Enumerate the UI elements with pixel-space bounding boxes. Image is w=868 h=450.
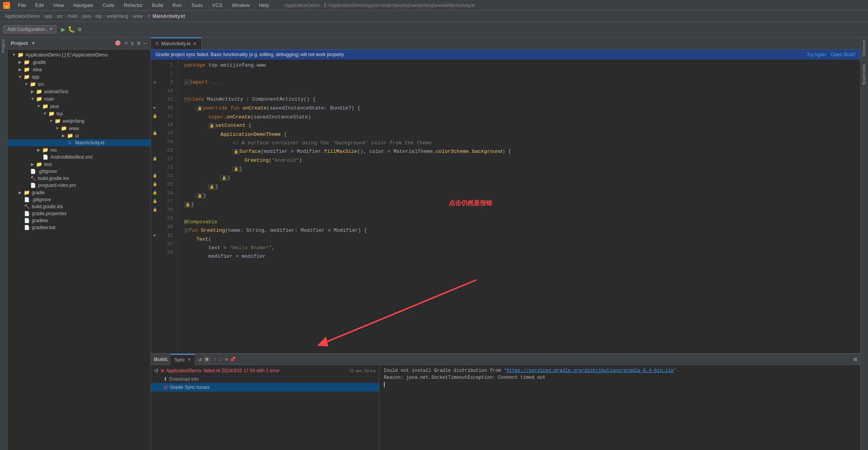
sync-build-icon[interactable]: ↺ [199, 356, 202, 363]
code-line-21: 🔒Surface(modifier = Modifier.fillMaxSize… [184, 147, 854, 156]
code-content[interactable]: package top.weiijinfang.www ⊟import ... … [178, 60, 860, 353]
tree-www[interactable]: ▼ 📁 www [8, 125, 151, 132]
tree-root[interactable]: ▼ 📁 ApplicationDemo [:] E:\ApplicationDe… [8, 51, 151, 58]
gradlew-icon: 📄 [23, 218, 30, 223]
ln-19: 29 [159, 214, 173, 223]
minimize-panel-icon[interactable]: — [143, 39, 147, 47]
gutter-28 [151, 214, 159, 223]
menu-window[interactable]: Window [230, 2, 251, 9]
breadcrumb-java[interactable]: java [82, 14, 91, 19]
menu-help[interactable]: Help [257, 2, 271, 9]
hide-panel-icon[interactable]: ⊞ [853, 356, 857, 363]
tree-build-gradle-app[interactable]: ▶ 🔨 build.gradle.kts [8, 175, 151, 182]
run-button[interactable]: ▶ [61, 25, 65, 34]
menu-edit[interactable]: Edit [34, 2, 45, 9]
tree-gitignore-root[interactable]: ▶ 📄 .gitignore [8, 196, 151, 203]
dropdown-icon[interactable]: ▼ [31, 41, 36, 46]
run-gutter-icon[interactable]: ▶ [154, 104, 156, 112]
bookmarks-label[interactable]: Bookmarks [861, 61, 868, 87]
mainact-kt-icon: K [67, 140, 74, 145]
menu-build[interactable]: Build [151, 2, 165, 9]
down-nav-icon[interactable]: ↓ [218, 356, 221, 363]
gutter-4 [151, 87, 159, 95]
breadcrumb-bar: ApplicationDemo › app › src › main › jav… [0, 11, 868, 22]
tree-weiijinfang[interactable]: ▼ 📁 weiijinfang [8, 117, 151, 125]
debug-button[interactable]: 🐛 [68, 26, 75, 33]
tree-mainactivity[interactable]: ▶ K MainActivity.kt [8, 139, 151, 146]
tree-gradle-props[interactable]: ▶ 📄 gradle.properties [8, 210, 151, 217]
menu-vcs[interactable]: VCS [211, 2, 224, 9]
stop-build-icon[interactable]: ■ [204, 356, 210, 363]
build-item-root[interactable]: ↺ ✕ ApplicationDemo: failed At 2024/3/10… [151, 366, 379, 375]
locate-icon[interactable]: 🎯 [114, 39, 122, 47]
tree-java[interactable]: ▼ 📁 java [8, 103, 151, 110]
menu-view[interactable]: View [51, 2, 65, 9]
fold-icon[interactable]: ⊟ [154, 78, 156, 87]
run-config-dropdown[interactable]: Add Configuration... ▼ [3, 25, 56, 34]
breadcrumb-top[interactable]: top [96, 14, 102, 19]
gutter-20 [151, 146, 159, 155]
top-folder-icon: 📁 [48, 111, 55, 116]
notification-message: Gradle project sync failed. Basic functi… [156, 52, 345, 57]
open-build-link[interactable]: Open 'Build' [831, 52, 856, 57]
ln-1: 1 [159, 61, 173, 70]
menu-navigate[interactable]: Navigate [72, 2, 94, 9]
tree-idea[interactable]: ▶ 📁 .idea [8, 66, 151, 73]
tree-app[interactable]: ▼ 📁 app [8, 73, 151, 80]
build-item-download[interactable]: ⬇ Download info [151, 375, 379, 383]
menu-file[interactable]: File [16, 2, 27, 9]
menu-tools[interactable]: Tools [190, 2, 204, 9]
run-30-icon[interactable]: ▶ [154, 231, 156, 240]
breadcrumb-src[interactable]: src [57, 14, 63, 19]
gutter-15: ▶ [151, 104, 159, 112]
build-tab-sync-close[interactable]: ✕ [187, 357, 191, 362]
tree-gitignore-app[interactable]: ▶ 📄 .gitignore [8, 168, 151, 175]
tree-gradle-hidden[interactable]: ▶ 📁 .gradle [8, 58, 151, 66]
settings-proj-icon[interactable]: ⚙ [136, 39, 141, 47]
filter-icon[interactable]: ⊘ [225, 356, 228, 363]
manifest-xml-icon: 📄 [42, 154, 49, 160]
tree-ui[interactable]: ▶ 📁 ui [8, 132, 151, 139]
tree-src[interactable]: ▼ 📁 src [8, 80, 151, 88]
top-arrow-icon: ▼ [42, 111, 48, 116]
editor-tab-mainactivity[interactable]: K MainActivity.kt ✕ [151, 38, 202, 49]
structure-label[interactable]: Structure [861, 37, 868, 59]
tree-gradlew-bat[interactable]: ▶ 📄 gradlew.bat [8, 224, 151, 231]
project-vertical-label[interactable]: Project [0, 37, 7, 55]
editor-area: K MainActivity.kt ✕ Gradle project sync … [151, 37, 860, 450]
gutter-5 [151, 95, 159, 104]
pin-icon[interactable]: 📌 [229, 356, 236, 363]
tree-gradle-folder[interactable]: ▶ 📁 gradle [8, 189, 151, 196]
tab-close-button[interactable]: ✕ [193, 41, 197, 46]
menu-refactor[interactable]: Refactor [122, 2, 144, 9]
gutter-1 [151, 61, 159, 70]
collapse-icon[interactable]: ≡ [123, 39, 128, 47]
tree-build-gradle-root[interactable]: ▶ 🔨 build.gradle.kts [8, 203, 151, 210]
build-item-sync-issues[interactable]: ⊘ Gradle Sync issues [151, 383, 379, 392]
tree-manifest[interactable]: ▶ 📄 AndroidManifest.xml [8, 154, 151, 161]
tree-res[interactable]: ▶ 📁 res [8, 146, 151, 154]
ui-folder-icon: 📁 [67, 133, 74, 139]
build-tab-sync[interactable]: Sync ✕ [171, 354, 195, 365]
up-nav-icon[interactable]: ↑ [214, 356, 217, 363]
breadcrumb-www[interactable]: www [133, 14, 143, 19]
breadcrumb-main[interactable]: main [68, 14, 78, 19]
breadcrumb-app[interactable]: app [45, 14, 52, 19]
breadcrumb-appdemo[interactable]: ApplicationDemo [5, 14, 40, 19]
gutter-27: 🔒 [151, 206, 159, 214]
tree-proguard[interactable]: ▶ 📄 proguard-rules.pro [8, 182, 151, 189]
tree-gradlew[interactable]: ▶ 📄 gradlew [8, 217, 151, 224]
breadcrumb-weiijinfang[interactable]: weiijinfang [106, 14, 128, 19]
gradle-url-link[interactable]: https://services.gradle.org/distribution… [507, 368, 674, 373]
tree-androidtest[interactable]: ▶ 📁 androidTest [8, 88, 151, 95]
app-icon: 🔥 [3, 2, 10, 9]
menu-run[interactable]: Run [171, 2, 183, 9]
menu-code[interactable]: Code [101, 2, 116, 9]
breadcrumb-file[interactable]: K MainActivity.kt [148, 14, 185, 19]
tree-test[interactable]: ▶ 📁 test [8, 161, 151, 168]
sort-icon[interactable]: ⇅ [130, 39, 135, 47]
tree-main[interactable]: ▼ 📁 main [8, 95, 151, 103]
tree-top[interactable]: ▼ 📁 top [8, 110, 151, 117]
settings-button[interactable]: ⚙ [78, 26, 82, 33]
try-again-link[interactable]: Try Again [807, 52, 826, 57]
